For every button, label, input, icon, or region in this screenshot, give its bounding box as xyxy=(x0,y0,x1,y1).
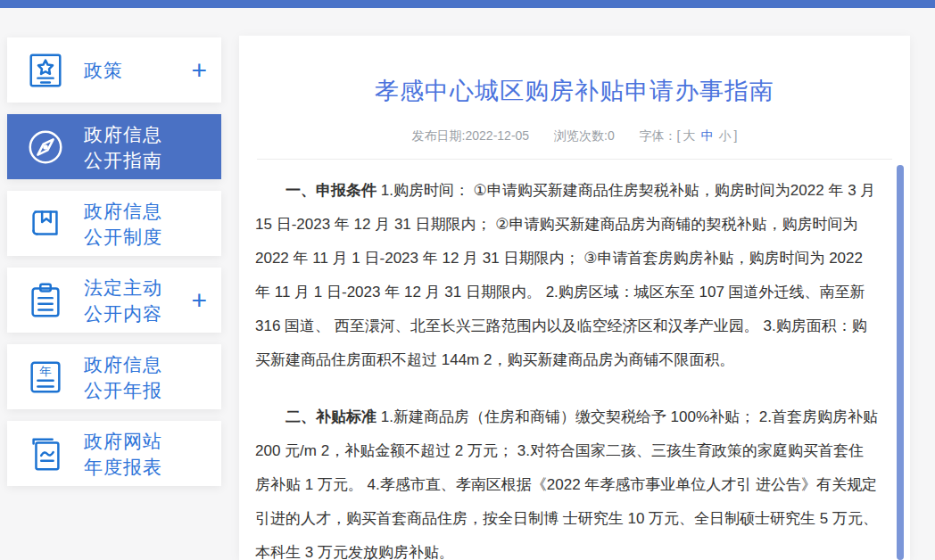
clipboard-icon xyxy=(25,280,66,321)
sidebar-item-label: 政策 xyxy=(84,57,187,83)
sidebar-item-label: 政府信息公开年报 xyxy=(84,351,203,403)
font-size-small-button[interactable]: 小 xyxy=(718,128,731,143)
top-bar xyxy=(0,0,935,8)
sidebar-item-label: 政府网站年度报表 xyxy=(84,428,203,480)
svg-text:年: 年 xyxy=(39,365,52,378)
sidebar-item-label: 政府信息公开制度 xyxy=(84,198,203,250)
scrollbar-thumb[interactable] xyxy=(897,165,904,560)
article-panel: 孝感中心城区购房补贴申请办事指南 发布日期:2022-12-05 浏览次数:0 … xyxy=(239,36,910,560)
sidebar-item-website-annual-report[interactable]: 政府网站年度报表 xyxy=(7,421,221,486)
page-title: 孝感中心城区购房补贴申请办事指南 xyxy=(239,75,910,107)
paragraph-text: 1.购房时间： ①申请购买新建商品住房契税补贴，购房时间为2022 年 3 月 … xyxy=(255,182,875,368)
policy-badge-icon xyxy=(25,50,66,91)
font-label: 字体：[ xyxy=(640,128,681,143)
paragraph-subsidy-standards: 二、补贴标准 1.新建商品房（住房和商铺）缴交契税给予 100%补贴； 2.首套… xyxy=(255,400,878,560)
book-icon xyxy=(25,203,66,244)
article-body: 一、申报条件 1.购房时间： ①申请购买新建商品住房契税补贴，购房时间为2022… xyxy=(239,160,910,560)
sidebar-item-label: 政府信息公开指南 xyxy=(84,121,203,173)
paragraph-text: 1.新建商品房（住房和商铺）缴交契税给予 100%补贴； 2.首套房购房补贴 2… xyxy=(255,408,878,560)
sidebar-item-statutory-disclosure[interactable]: 法定主动公开内容 + xyxy=(7,268,221,333)
font-size-control: 字体：[大中小] xyxy=(640,128,738,143)
expand-plus-icon[interactable]: + xyxy=(187,57,207,84)
sidebar-item-label: 法定主动公开内容 xyxy=(84,275,187,326)
publish-date: 发布日期:2022-12-05 xyxy=(412,128,530,143)
expand-plus-icon[interactable]: + xyxy=(187,287,207,314)
paragraph-application-conditions: 一、申报条件 1.购房时间： ①申请购买新建商品住房契税补贴，购房时间为2022… xyxy=(255,174,878,377)
compass-icon xyxy=(25,127,66,168)
view-count: 浏览次数:0 xyxy=(554,128,615,143)
sidebar: 政策 + 政府信息公开指南 政府信息公开制度 xyxy=(7,37,221,498)
section-lead: 一、申报条件 xyxy=(285,182,376,199)
sidebar-item-gov-info-guide[interactable]: 政府信息公开指南 xyxy=(7,114,221,179)
section-lead: 二、补贴标准 xyxy=(285,408,376,425)
font-size-medium-button[interactable]: 中 xyxy=(700,128,713,143)
sidebar-item-policy[interactable]: 政策 + xyxy=(7,37,221,103)
annual-report-icon: 年 xyxy=(25,357,66,398)
sidebar-item-gov-info-system[interactable]: 政府信息公开制度 xyxy=(7,191,221,256)
sidebar-item-annual-report[interactable]: 年 政府信息公开年报 xyxy=(7,344,221,409)
article-meta: 发布日期:2022-12-05 浏览次数:0 字体：[大中小] xyxy=(239,128,910,144)
report-pages-icon xyxy=(25,433,66,474)
font-size-large-button[interactable]: 大 xyxy=(683,128,695,143)
font-label-close: ] xyxy=(733,128,737,143)
